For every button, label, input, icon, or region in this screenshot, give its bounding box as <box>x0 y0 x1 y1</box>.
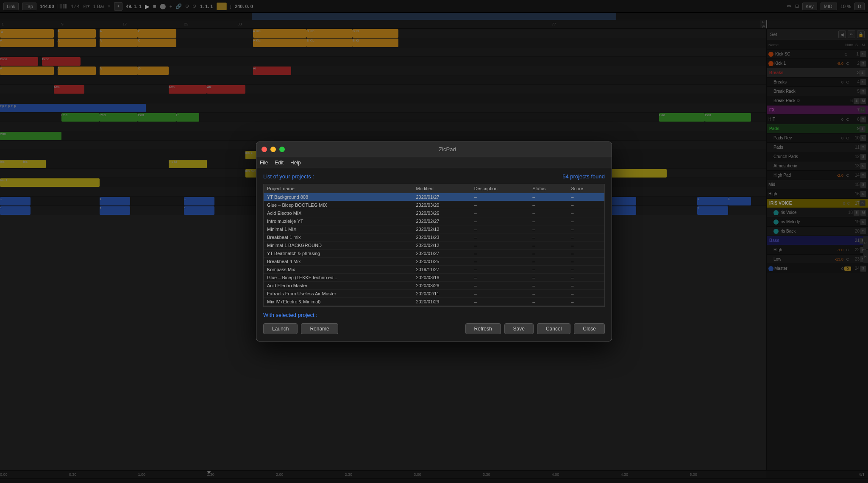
table-row[interactable]: Minimal 1 BACKGROUND2020/02/12––– <box>264 242 604 250</box>
cell-modified: 2020/01/29 <box>412 298 470 306</box>
cell-modified: 2020/01/25 <box>412 258 470 266</box>
modal-window: ZicPad File Edit Help List of your proje… <box>256 142 612 341</box>
cell-name: Acid Electro Master <box>264 282 412 290</box>
cell-status: – <box>529 258 568 266</box>
launch-button[interactable]: Launch <box>263 323 298 334</box>
table-row[interactable]: YT Beatmatch & phrasing2020/01/27––– <box>264 250 604 258</box>
cell-description: – <box>471 274 529 282</box>
cell-score: – <box>568 209 604 217</box>
projects-tbody: YT Background 8082020/01/27–––Glue – Bic… <box>264 193 604 307</box>
traffic-light-red[interactable] <box>262 147 267 152</box>
projects-count: 54 projects found <box>562 173 605 180</box>
cell-status: – <box>529 225 568 233</box>
cell-name: Extracts From Useless Air Master <box>264 290 412 298</box>
selected-label: With selected project : <box>263 312 317 318</box>
menu-file[interactable]: File <box>260 160 268 166</box>
cell-modified: 2020/02/11 <box>412 290 470 298</box>
cell-score: – <box>568 306 604 307</box>
cell-name: YT Beatmatch & phrasing <box>264 250 412 258</box>
cell-name: Mix IV (Electro & Minimal) <box>264 298 412 306</box>
cell-modified: 2019/11/27 <box>412 266 470 274</box>
col-modified: Modified <box>412 184 470 193</box>
cell-description: – <box>471 290 529 298</box>
projects-title: List of your projects : <box>263 173 314 180</box>
cell-name: Minimal 1 MIX <box>264 225 412 233</box>
cell-score: – <box>568 274 604 282</box>
cell-status: – <box>529 242 568 250</box>
cell-description: – <box>471 193 529 201</box>
table-row[interactable]: Mix IV (Electro & Minimal)2020/01/29––– <box>264 298 604 306</box>
modal-title: ZicPad <box>288 146 606 153</box>
cell-status: – <box>529 217 568 225</box>
table-row[interactable]: Glue – Bicep BOOTLEG MIX2020/03/20––– <box>264 201 604 209</box>
table-row[interactable]: Breakbeat 4 Mix2020/01/25––– <box>264 258 604 266</box>
cell-description: – <box>471 282 529 290</box>
menu-help[interactable]: Help <box>290 160 301 166</box>
table-row[interactable]: Extracts From Useless Air Master2020/02/… <box>264 290 604 298</box>
modal-footer: Launch Rename Refresh Save Cancel Close <box>263 323 605 336</box>
cell-description: – <box>471 306 529 307</box>
cell-description: – <box>471 209 529 217</box>
cell-status: – <box>529 298 568 306</box>
cell-modified: 2020/01/23 <box>412 233 470 242</box>
table-header-row: Project name Modified Description Status… <box>264 184 604 193</box>
table-row[interactable]: Intro muziekje YT2020/02/27––– <box>264 217 604 225</box>
cell-score: – <box>568 233 604 242</box>
cell-name: YT Background 808 <box>264 193 412 201</box>
cell-status: – <box>529 282 568 290</box>
cell-modified: 2020/02/27 <box>412 217 470 225</box>
cell-score: – <box>568 217 604 225</box>
table-row[interactable]: YT Background 8082020/01/27––– <box>264 193 604 201</box>
traffic-light-yellow[interactable] <box>270 147 276 152</box>
cell-description: – <box>471 225 529 233</box>
cell-score: – <box>568 250 604 258</box>
footer-right: Refresh Save Cancel Close <box>465 323 605 334</box>
cell-name: Kompass Mix <box>264 266 412 274</box>
cell-score: – <box>568 193 604 201</box>
table-row[interactable]: Mix V (Hard Techno & Gabber)2020/02/25––… <box>264 306 604 307</box>
modal-overlay: ZicPad File Edit Help List of your proje… <box>0 0 868 483</box>
close-button[interactable]: Close <box>574 323 605 334</box>
cell-description: – <box>471 217 529 225</box>
projects-table: Project name Modified Description Status… <box>264 184 604 307</box>
cell-name: Minimal 1 BACKGROUND <box>264 242 412 250</box>
cell-modified: 2020/01/27 <box>412 193 470 201</box>
table-row[interactable]: Acid Electro MIX2020/03/26––– <box>264 209 604 217</box>
menu-edit[interactable]: Edit <box>275 160 284 166</box>
projects-table-container[interactable]: Project name Modified Description Status… <box>263 184 605 307</box>
cell-description: – <box>471 298 529 306</box>
col-project-name: Project name <box>264 184 412 193</box>
modal-menubar: File Edit Help <box>256 157 612 168</box>
table-row[interactable]: Glue – Bicep (LEKKE techno ed...2020/03/… <box>264 274 604 282</box>
refresh-button[interactable]: Refresh <box>465 323 501 334</box>
col-status: Status <box>529 184 568 193</box>
cell-name: Breakbeat 1 mix <box>264 233 412 242</box>
rename-button[interactable]: Rename <box>301 323 338 334</box>
cell-modified: 2020/01/27 <box>412 250 470 258</box>
table-row[interactable]: Acid Electro Master2020/03/26––– <box>264 282 604 290</box>
col-description: Description <box>471 184 529 193</box>
cell-name: Mix V (Hard Techno & Gabber) <box>264 306 412 307</box>
cancel-button[interactable]: Cancel <box>537 323 570 334</box>
table-row[interactable]: Kompass Mix2019/11/27––– <box>264 266 604 274</box>
cell-name: Breakbeat 4 Mix <box>264 258 412 266</box>
table-row[interactable]: Minimal 1 MIX2020/02/12––– <box>264 225 604 233</box>
cell-score: – <box>568 282 604 290</box>
cell-status: – <box>529 290 568 298</box>
cell-score: – <box>568 298 604 306</box>
cell-status: – <box>529 201 568 209</box>
table-row[interactable]: Breakbeat 1 mix2020/01/23––– <box>264 233 604 242</box>
save-button[interactable]: Save <box>504 323 534 334</box>
modal-body: List of your projects : 54 projects foun… <box>256 168 612 341</box>
cell-modified: 2020/03/26 <box>412 209 470 217</box>
cell-name: Acid Electro MIX <box>264 209 412 217</box>
cell-description: – <box>471 266 529 274</box>
traffic-light-green[interactable] <box>279 147 285 152</box>
cell-modified: 2020/02/12 <box>412 242 470 250</box>
cell-score: – <box>568 290 604 298</box>
cell-status: – <box>529 306 568 307</box>
footer-left: Launch Rename <box>263 323 338 334</box>
cell-description: – <box>471 250 529 258</box>
cell-modified: 2020/02/25 <box>412 306 470 307</box>
cell-status: – <box>529 266 568 274</box>
